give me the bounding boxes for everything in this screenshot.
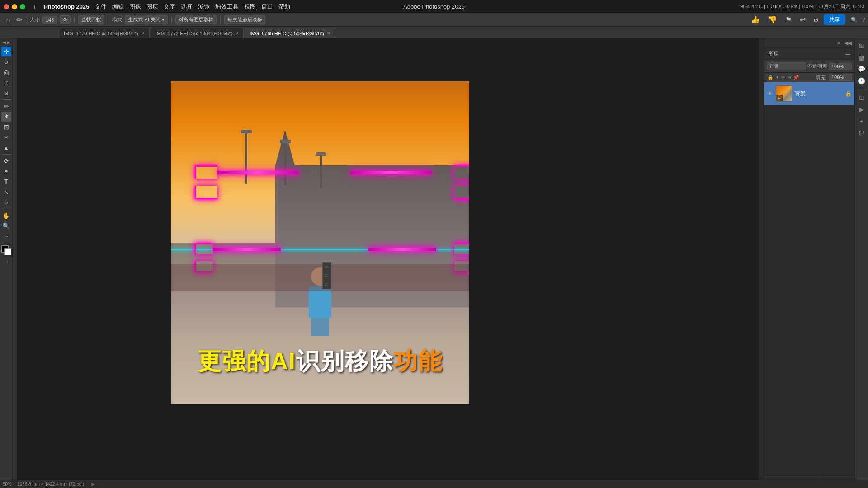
thumbdown-icon[interactable]: 👎 xyxy=(765,14,780,25)
menu-select[interactable]: 选择 xyxy=(181,3,193,11)
gradient-tool[interactable]: ▲ xyxy=(1,143,11,153)
healing-brush-icon[interactable]: ✏ xyxy=(16,15,22,24)
layers-panel: ✕ ◀◀ 图层 ☰ 正常 不透明度 100% 🔒 ✦ ✏ ⊕ 📌 填充 100%… xyxy=(764,38,854,488)
tabbar: IMG_1770.HEIC @ 50%(RGB/8*) ✕ IMG_0772.H… xyxy=(0,27,868,38)
menu-text[interactable]: 文字 xyxy=(164,3,175,11)
text-yellow-part: 更强的AI xyxy=(198,348,296,374)
mode-dropdown[interactable]: 生成式 AI 关闭 ▾ xyxy=(125,15,168,24)
clone-stamp-tool[interactable]: ⊞ xyxy=(1,122,11,132)
more-tools[interactable]: ··· xyxy=(1,231,11,241)
zoom-tool[interactable]: ⊕ xyxy=(1,57,11,67)
paint-lock-icon[interactable]: ✏ xyxy=(781,75,785,80)
layers-mode-opacity-row: 正常 不透明度 100% xyxy=(764,60,854,73)
healing-tool[interactable]: ✱ xyxy=(1,112,11,122)
menu-file[interactable]: 文件 xyxy=(95,3,107,11)
text-white-part: 识别移除 xyxy=(296,348,394,374)
menu-image[interactable]: 图像 xyxy=(129,3,141,11)
canvas-scrollbar-v[interactable] xyxy=(759,38,764,488)
transparency-lock-icon[interactable]: ✦ xyxy=(775,75,779,80)
menu-plugins[interactable]: 增效工具 xyxy=(215,3,239,11)
menu-window[interactable]: 窗口 xyxy=(261,3,273,11)
hand-tool[interactable]: ✋ xyxy=(1,211,11,221)
toolbar: ◀ ▶ ✛ ⊕ ◎ ⊡ ⊠ ✏ ✱ ⊞ ✂ ▲ ⟳ ✒ T ↖ ○ ✋ 🔍 ··… xyxy=(0,38,13,488)
fill-value[interactable]: 100% xyxy=(829,74,852,81)
menu-view[interactable]: 视图 xyxy=(244,3,256,11)
history-panel-toggle[interactable]: 🕒 xyxy=(856,75,867,86)
properties-panel-toggle[interactable]: ≡ xyxy=(856,116,867,127)
brush-tool[interactable]: ✏ xyxy=(1,101,11,111)
actions-panel-toggle[interactable]: ▶ xyxy=(856,104,867,115)
tab-img0772[interactable]: IMG_0772.HEIC @ 100%(RGB/8*) ✕ xyxy=(151,28,244,38)
tab-close-img0765[interactable]: ✕ xyxy=(327,31,330,36)
position-lock-icon[interactable]: ⊕ xyxy=(787,75,791,80)
fade-after-stroke-btn[interactable]: 每次笔触后淡移 xyxy=(224,15,265,24)
menu-help[interactable]: 帮助 xyxy=(278,3,290,11)
tab-img0765[interactable]: IMG_0765.HEIC @ 50%(RGB/8*) ✕ xyxy=(245,28,335,38)
close-button[interactable] xyxy=(4,4,9,9)
eraser-tool[interactable]: ✂ xyxy=(1,132,11,142)
shape-tool[interactable]: ○ xyxy=(1,197,11,207)
canvas-image[interactable]: 更强的AI识别移除功能 xyxy=(171,81,469,404)
expand-right-icon[interactable]: ▶ xyxy=(7,40,10,45)
find-distract-btn[interactable]: 查找干扰 xyxy=(78,15,104,24)
type-tool[interactable]: T xyxy=(1,177,11,187)
main-layout: ◀ ▶ ✛ ⊕ ◎ ⊡ ⊠ ✏ ✱ ⊞ ✂ ▲ ⟳ ✒ T ↖ ○ ✋ 🔍 ··… xyxy=(0,38,868,488)
lasso-tool[interactable]: ◎ xyxy=(1,67,11,77)
child-legs xyxy=(311,318,329,336)
statusbar: 50% 1066.8 mm × 1422.4 mm (72 ppi) ▶ xyxy=(0,480,868,488)
canvas-area[interactable]: 更强的AI识别移除功能 □□□ xyxy=(17,38,759,488)
angle-icon[interactable]: ⌀ xyxy=(811,14,821,25)
tab-close-img0772[interactable]: ✕ xyxy=(235,31,239,36)
tools-panel-toggle[interactable]: ⊞ xyxy=(856,40,867,51)
share-button[interactable]: 共享 xyxy=(824,14,845,25)
panel-collapse-btn[interactable]: ◀◀ xyxy=(844,40,852,46)
zoom-view-tool[interactable]: 🔍 xyxy=(1,221,11,231)
search-icon[interactable]: 🔍 xyxy=(851,17,858,23)
panel-close-btn[interactable]: ✕ xyxy=(837,40,841,46)
settings-btn[interactable]: ⚙ xyxy=(60,15,71,24)
statusbar-arrow[interactable]: ▶ xyxy=(91,482,95,487)
layers-panel-menu-icon[interactable]: ☰ xyxy=(845,51,851,58)
tab-close-img1770[interactable]: ✕ xyxy=(141,31,145,36)
path-select-tool[interactable]: ↖ xyxy=(1,187,11,197)
canvas-container: 更强的AI识别移除功能 xyxy=(171,81,469,404)
align-all-layers-btn[interactable]: 对所有图层取样 xyxy=(175,15,217,24)
flag-icon[interactable]: ⚑ xyxy=(783,14,794,25)
layer-lock-row: 🔒 ✦ ✏ ⊕ 📌 填充 100% xyxy=(764,73,854,82)
fullscreen-button[interactable] xyxy=(20,4,25,9)
comments-panel-toggle[interactable]: 💬 xyxy=(856,64,867,75)
minimize-button[interactable] xyxy=(12,4,17,9)
marquee-tool[interactable]: ⊠ xyxy=(1,88,11,98)
menu-filter[interactable]: 滤镜 xyxy=(198,3,210,11)
crop-tool[interactable]: ⊡ xyxy=(1,78,11,88)
layer-visibility-icon[interactable]: 👁 xyxy=(767,90,773,97)
foreground-color[interactable] xyxy=(1,245,11,255)
help-icon[interactable]: ? xyxy=(862,17,865,23)
layer-item-background[interactable]: 👁 ▶ 背景 🔒 xyxy=(764,82,854,105)
undo-icon[interactable]: ↩ xyxy=(797,14,808,25)
menu-layer[interactable]: 图层 xyxy=(146,3,158,11)
swatches-panel-toggle[interactable]: ⊟ xyxy=(856,127,867,138)
dodge-tool[interactable]: ⟳ xyxy=(1,156,11,166)
learn-panel-toggle[interactable]: ⊡ xyxy=(856,92,867,103)
lock-icon[interactable]: 🔒 xyxy=(767,75,774,80)
window-controls[interactable] xyxy=(4,4,25,9)
menu-edit[interactable]: 编辑 xyxy=(112,3,124,11)
menubar-right: 90% 44°C | 0.0 k/s 0.0 k/s | 100% | 11月2… xyxy=(740,0,864,13)
artboard-lock-icon[interactable]: 📌 xyxy=(793,75,799,80)
size-value[interactable]: 148 xyxy=(42,16,57,24)
app-name: Photoshop 2025 xyxy=(44,3,89,10)
collapse-left-icon[interactable]: ◀ xyxy=(3,40,6,45)
blend-mode-dropdown[interactable]: 正常 xyxy=(767,62,806,70)
move-tool[interactable]: ✛ xyxy=(1,47,11,56)
adjustments-panel-toggle[interactable]: ▤ xyxy=(856,52,867,63)
opacity-value[interactable]: 100% xyxy=(829,63,852,70)
home-icon[interactable]: ⌂ xyxy=(3,14,14,25)
mode-label: 模式 xyxy=(112,16,122,23)
tab-img1770[interactable]: IMG_1770.HEIC @ 50%(RGB/8*) ✕ xyxy=(59,28,150,38)
pen-tool[interactable]: ✒ xyxy=(1,166,11,176)
thumbup-icon[interactable]: 👍 xyxy=(748,14,763,25)
window-title: Adobe Photoshop 2025 xyxy=(403,3,465,10)
fill-label: 填充 xyxy=(816,74,826,81)
mask-icon[interactable]: □ xyxy=(1,257,11,267)
